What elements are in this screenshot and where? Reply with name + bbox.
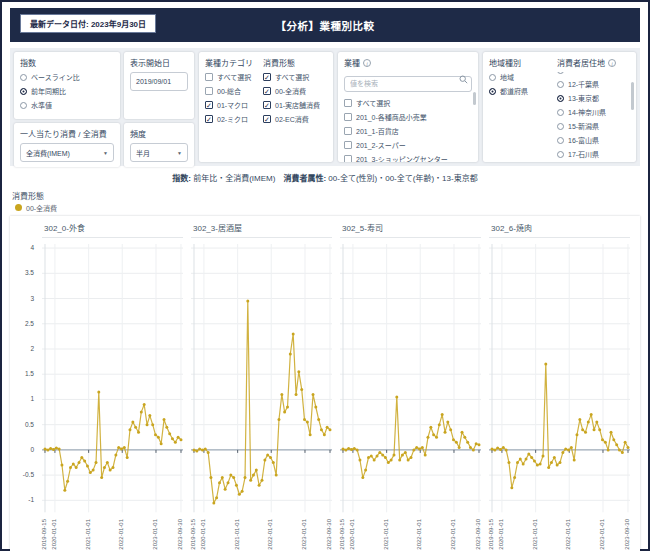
option-label: 12-千葉県 xyxy=(568,79,599,89)
checkbox-option[interactable]: ✓すべて選択 xyxy=(263,72,320,82)
industry-category-label: 業種カテゴリ xyxy=(205,57,253,68)
x-tick-label: 2022-01-01 xyxy=(416,519,422,550)
subplot: 302_0-外食2019-09-152020-01-012021-01-0120… xyxy=(42,218,183,551)
checkbox-icon xyxy=(344,127,352,135)
y-tick-label: 2.5 xyxy=(25,320,34,327)
region-type-radio-group: 地域都道府県 xyxy=(489,72,547,96)
x-tick-label: 2019-09-15 xyxy=(41,519,47,550)
option-label: 02-ミクロ xyxy=(217,114,248,124)
frequency-select[interactable]: 半月 ▼ xyxy=(130,143,188,162)
radio-option[interactable]: 地域 xyxy=(489,72,547,82)
checkbox-icon xyxy=(344,99,352,107)
dashboard-page: 最新データ日付: 2023年9月30日 【分析】業種別比較 指数 ベースライン比… xyxy=(0,0,650,551)
region-type-label: 地域種別 xyxy=(489,57,547,68)
checkbox-icon xyxy=(205,87,213,95)
consumption-type-label: 消費形態 xyxy=(263,57,320,68)
radio-icon xyxy=(557,123,564,130)
x-tick-label: 2023-09-30 xyxy=(475,519,481,550)
chevron-down-icon: ▼ xyxy=(177,150,182,156)
radio-option[interactable]: 15-新潟県 xyxy=(557,121,630,131)
frequency-value: 半月 xyxy=(136,148,150,158)
residence-label: 消費者居住地 i xyxy=(557,57,630,68)
x-tick-label: 2020-01-01 xyxy=(51,519,57,550)
y-axis: 43.532.521.510.50-0.5-1 xyxy=(12,218,38,551)
summary-index-value: 前年比・全消費(IMEM) xyxy=(191,174,283,183)
option-label: 地域 xyxy=(500,72,514,82)
checkbox-icon xyxy=(344,141,352,149)
section-title: 消費形態 xyxy=(12,190,640,200)
residence-list-scrollbar[interactable] xyxy=(631,82,634,110)
radio-option[interactable]: ベースライン比 xyxy=(20,72,114,82)
option-label: 15-新潟県 xyxy=(568,121,599,131)
industry-filter-label: 業種 i xyxy=(344,57,472,68)
radio-icon xyxy=(489,88,496,95)
checkbox-option[interactable]: 00-総合 xyxy=(205,86,253,96)
radio-option[interactable]: 都道府県 xyxy=(489,86,547,96)
radio-option[interactable]: 16-富山県 xyxy=(557,135,630,145)
x-axis: 2019-09-152020-01-012021-01-012022-01-01… xyxy=(489,518,630,551)
latest-data-date-value: 2023年9月30日 xyxy=(91,20,146,29)
consumption-type-group: 消費形態 ✓すべて選択✓00-全消費✓01-実店舗消費✓02-EC消費 xyxy=(263,57,320,157)
checkbox-option[interactable]: すべて選択 xyxy=(205,72,253,82)
x-tick-label: 2023-01-01 xyxy=(450,519,456,550)
checkbox-icon: ✓ xyxy=(263,73,271,81)
per-capita-select[interactable]: 全消費(IMEM) ▼ xyxy=(20,143,114,162)
radio-icon xyxy=(20,102,27,109)
y-tick-label: -1 xyxy=(28,496,34,503)
y-tick-label: 4 xyxy=(30,244,34,251)
option-label: 201_3-ショッピングセンター xyxy=(356,154,448,163)
checkbox-option[interactable]: 201_3-ショッピングセンター xyxy=(344,154,472,163)
option-label: ベースライン比 xyxy=(31,72,80,82)
filter-bar: 指数 ベースライン比前年同期比水準値 表示開始日 2019/09/01 一人当た… xyxy=(10,48,640,166)
frequency-card: 頻度 半月 ▼ xyxy=(124,123,194,167)
radio-icon xyxy=(20,88,27,95)
checkbox-option[interactable]: 201_0-各種商品小売業 xyxy=(344,112,472,122)
category-consumption-card: 業種カテゴリ すべて選択00-総合✓01-マクロ✓02-ミクロ 消費形態 ✓すべ… xyxy=(199,52,333,162)
industry-search-input[interactable] xyxy=(344,76,472,92)
option-label: すべて選択 xyxy=(217,72,251,82)
info-icon[interactable]: i xyxy=(608,59,616,67)
option-label: 01-実店舗消費 xyxy=(275,100,320,110)
option-label: 02-EC消費 xyxy=(275,114,309,124)
start-date-card: 表示開始日 2019/09/01 xyxy=(124,52,194,119)
region-type-group: 地域種別 地域都道府県 xyxy=(489,57,547,157)
checkbox-option[interactable]: ✓01-マクロ xyxy=(205,100,253,110)
x-tick-label: 2020-01-01 xyxy=(349,519,355,550)
summary-attr-label: 消費者属性: xyxy=(283,174,326,183)
x-tick-label: 2021-01-01 xyxy=(234,519,240,550)
radio-option[interactable]: 12-千葉県 xyxy=(557,79,630,89)
per-capita-value: 全消費(IMEM) xyxy=(26,148,70,158)
page-title: 【分析】業種別比較 xyxy=(276,18,375,33)
radio-option[interactable]: 17-石川県 xyxy=(557,149,630,159)
radio-icon xyxy=(557,151,564,158)
start-date-input[interactable]: 2019/09/01 xyxy=(130,72,188,91)
checkbox-option[interactable]: ✓02-ミクロ xyxy=(205,114,253,124)
radio-option[interactable]: 水準値 xyxy=(20,100,114,110)
checkbox-option[interactable]: ✓02-EC消費 xyxy=(263,114,320,124)
info-icon[interactable]: i xyxy=(363,59,371,67)
index-filter-label: 指数 xyxy=(20,57,114,68)
checkbox-option[interactable]: ✓01-実店舗消費 xyxy=(263,100,320,110)
checkbox-option[interactable]: ✓00-全消費 xyxy=(263,86,320,96)
checkbox-option[interactable]: すべて選択 xyxy=(344,98,472,108)
checkbox-option[interactable]: 201_1-百貨店 xyxy=(344,126,472,136)
x-tick-label: 2019-09-15 xyxy=(488,519,494,550)
radio-option[interactable]: 前年同期比 xyxy=(20,86,114,96)
checkbox-option[interactable]: 201_2-スーパー xyxy=(344,140,472,150)
y-tick-label: 3.5 xyxy=(25,269,34,276)
industry-list-scrollbar[interactable] xyxy=(473,92,476,105)
subplot: 302_5-寿司2019-09-152020-01-012021-01-0120… xyxy=(340,218,481,551)
index-radio-group: ベースライン比前年同期比水準値 xyxy=(20,72,114,110)
x-axis: 2019-09-152020-01-012021-01-012022-01-01… xyxy=(191,518,332,551)
residence-label-text: 消費者居住地 xyxy=(557,57,605,68)
radio-option[interactable]: 13-東京都 xyxy=(557,93,630,103)
residence-scrolled-item xyxy=(557,72,630,75)
radio-icon xyxy=(557,95,564,102)
radio-icon xyxy=(20,74,27,81)
x-tick-label: 2023-09-30 xyxy=(177,519,183,550)
radio-option[interactable]: 14-神奈川県 xyxy=(557,107,630,117)
x-tick-label: 2020-01-01 xyxy=(498,519,504,550)
x-tick-label: 2022-01-01 xyxy=(118,519,124,550)
industry-filter-card: 業種 i すべて選択201_0-各種商品小売業201_1-百貨店201_2-スー… xyxy=(338,52,478,162)
x-axis: 2019-09-152020-01-012021-01-012022-01-01… xyxy=(340,518,481,551)
